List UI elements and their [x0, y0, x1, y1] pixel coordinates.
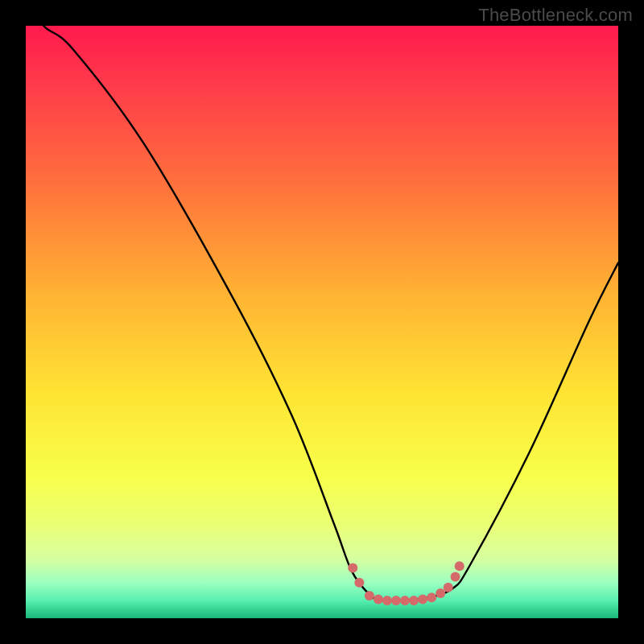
chart-svg [26, 26, 618, 618]
chart-plot-area [26, 26, 618, 618]
curve-marker [365, 591, 374, 601]
curve-marker [427, 592, 436, 602]
curve-marker [374, 594, 383, 604]
curve-markers [348, 561, 464, 605]
curve-marker [348, 563, 357, 572]
curve-marker [382, 596, 392, 605]
watermark-text: TheBottleneck.com [478, 5, 633, 26]
curve-marker [418, 594, 427, 604]
curve-marker [451, 572, 460, 581]
curve-marker [444, 583, 453, 592]
curve-marker [436, 588, 445, 598]
bottleneck-curve [26, 0, 618, 601]
chart-frame: TheBottleneck.com [0, 0, 644, 644]
curve-marker [391, 596, 401, 605]
curve-marker [455, 561, 464, 571]
curve-marker [354, 578, 364, 588]
curve-marker [400, 596, 410, 605]
curve-marker [409, 596, 419, 605]
